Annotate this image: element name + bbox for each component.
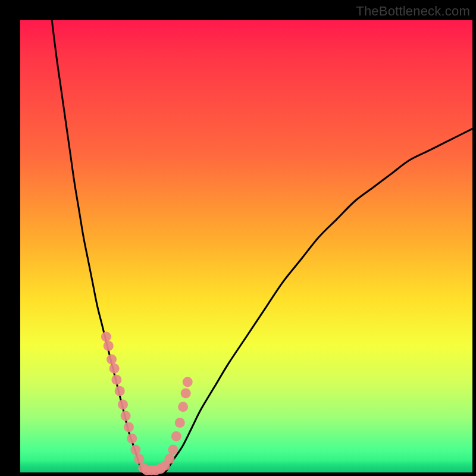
scatter-dot: [107, 355, 117, 365]
scatter-dot: [168, 445, 178, 455]
scatter-dot: [183, 377, 193, 387]
scatter-dot: [175, 418, 185, 428]
scatter-dot: [178, 402, 188, 412]
scatter-dot: [121, 411, 131, 421]
curve-svg: [20, 20, 472, 472]
plot-area: [20, 20, 472, 472]
scatter-dot: [101, 332, 111, 342]
scatter-dot: [127, 434, 137, 444]
scatter-dot: [115, 386, 125, 396]
scatter-dot: [104, 341, 114, 351]
scatter-dot: [134, 454, 144, 464]
scatter-dot: [181, 389, 191, 399]
scatter-dot: [171, 431, 181, 441]
bottleneck-curve: [52, 20, 472, 474]
watermark-text: TheBottleneck.com: [356, 4, 470, 19]
scatter-dot: [109, 364, 120, 374]
chart-frame: TheBottleneck.com: [0, 0, 476, 476]
scatter-points: [101, 332, 193, 475]
scatter-dot: [164, 454, 174, 464]
scatter-dot: [130, 445, 140, 455]
scatter-dot: [118, 400, 128, 410]
scatter-dot: [124, 422, 134, 433]
scatter-dot: [111, 375, 121, 385]
bottleneck-curve-path: [52, 20, 472, 474]
